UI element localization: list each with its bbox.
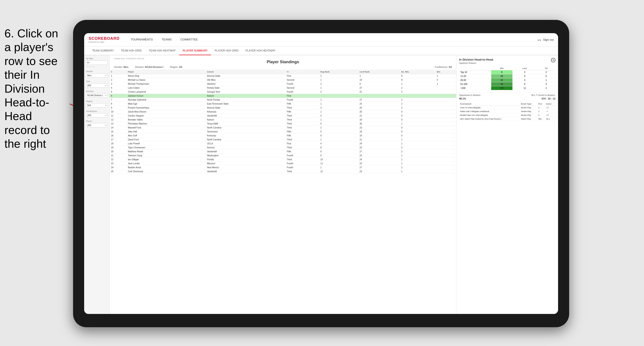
sign-out-button[interactable]: ◀ ▶ Sign out <box>537 38 554 41</box>
nav-teams[interactable]: TEAMS <box>157 33 176 46</box>
table-row[interactable]: 10 Jacob Moe-Diesen Arkansas Fifth 1 25 … <box>110 110 456 114</box>
gender-filter: Gender: Men <box>114 66 128 68</box>
tournament-type: Stroke Play <box>520 113 538 117</box>
h2h-win: 20 <box>491 74 512 78</box>
cell-rds: 8 <box>400 78 436 82</box>
table-row[interactable]: 13 Phichaksn Maichon Texas A&M Third 6 3… <box>110 122 456 126</box>
top-nav: SCOREBOARD Powered by clippi TOURNAMENTS… <box>84 33 558 46</box>
table-row[interactable]: 17 David Ford North Carolina Third 1 21 … <box>110 138 456 142</box>
cell-conf: 24 <box>358 142 400 146</box>
cell-player: Michael Thorbjornsen <box>126 82 206 86</box>
cell-conf: 30 <box>358 122 400 126</box>
cell-win <box>436 170 456 173</box>
cell-player: Jake Hall <box>126 130 206 134</box>
tournament-score: -17 <box>545 106 556 110</box>
cell-win <box>436 114 456 118</box>
tab-team-h2h-grid[interactable]: TEAM H2H GRID <box>117 46 145 55</box>
cell-reg: 6 <box>319 154 358 158</box>
gender-value[interactable]: Men <box>86 73 108 78</box>
cell-player: Michael La Sasso <box>126 78 206 82</box>
cell-win: 1 <box>436 74 456 78</box>
nav-tournaments[interactable]: TOURNAMENTS <box>126 33 157 46</box>
tournament-score: -17 <box>545 113 556 117</box>
table-row[interactable]: 5 Christo Lamprecht Georgia Tech Fourth … <box>110 90 456 94</box>
cell-rds: 0 <box>400 118 436 122</box>
table-row[interactable]: 7 Nicholas Gabrelcik North Florida Fourt… <box>110 98 456 102</box>
tab-player-h2h-grid[interactable]: PLAYER H2H GRID <box>211 46 242 55</box>
table-row[interactable]: 8 Mats Ege East Tennessee State Fifth 1 … <box>110 102 456 106</box>
cell-conf: 27 <box>358 98 400 102</box>
cell-yr: Third <box>286 170 319 173</box>
table-row[interactable]: 2 Michael La Sasso Ole Miss Second 1 10 … <box>110 78 456 82</box>
tab-team-summary[interactable]: TEAM SUMMARY <box>88 46 117 55</box>
player-value[interactable]: (All) <box>86 123 108 127</box>
conference-value[interactable]: (All) <box>86 113 108 117</box>
cell-win <box>436 94 456 98</box>
h2h-player-name: Jackson Koivun <box>459 62 493 64</box>
no-rds-value[interactable]: 6 <box>86 61 108 65</box>
region-value[interactable]: N/A <box>86 103 108 107</box>
table-row[interactable]: 15 Jake Hall Tennessee Fifth 5 18 0 <box>110 130 456 134</box>
table-row[interactable]: 1 Wenyi Ding Arizona State First 1 1 8 1 <box>110 74 456 78</box>
table-row[interactable]: 24 Bastien Amat New Mexico Fourth 1 27 2 <box>110 166 456 170</box>
table-row[interactable]: 23 Jack Lundin Missouri Fourth 11 24 1 <box>110 162 456 166</box>
cell-yr: Fifth <box>286 110 319 114</box>
cell-player: Jackson Koivun <box>126 94 206 98</box>
cell-yr: Third <box>286 122 319 126</box>
cell-rds: 2 <box>400 98 436 102</box>
table-row[interactable]: 21 Taehoon Song Washington Fourth 6 23 1 <box>110 154 456 158</box>
cell-num: 17 <box>110 138 126 142</box>
table-row[interactable]: 9 Preston Summerhays Arizona State Third… <box>110 106 456 110</box>
cell-conf: 21 <box>358 90 400 94</box>
cell-num: 14 <box>110 126 126 130</box>
table-row[interactable]: 25 Cole Sherwood Vanderbilt Third 12 23 … <box>110 170 456 173</box>
division-value[interactable]: NCAA Division I <box>86 93 108 98</box>
table-row[interactable]: 16 Alex Goff Kentucky Fifth 8 19 0 <box>110 134 456 138</box>
cell-conf: 21 <box>358 114 400 118</box>
table-row[interactable]: 12 Brendan Valles Auburn Third 1 18 0 <box>110 118 456 122</box>
cell-school: Texas A&M <box>206 122 286 126</box>
table-row[interactable]: 6 Jackson Koivun Auburn First <box>110 94 456 98</box>
cell-yr: Fourth <box>286 82 319 86</box>
cell-yr: Third <box>286 106 319 110</box>
cell-rds: 2 <box>400 86 436 90</box>
h2h-row: >100 578 11 1 <box>459 86 556 90</box>
tab-player-summary[interactable]: PLAYER SUMMARY <box>179 46 211 55</box>
h2h-win: 578 <box>491 86 512 90</box>
col-num: # <box>110 70 126 74</box>
cell-yr: Third <box>286 114 319 118</box>
cell-reg: 4 <box>319 142 358 146</box>
wlt-label: W-L-T record in-division: <box>531 94 556 96</box>
table-row[interactable]: 14 Maxwell Ford North Carolina Third 2 2… <box>110 126 456 130</box>
h2h-close-button[interactable]: ✕ <box>551 58 556 62</box>
cell-player: Jack Lundin <box>126 162 206 166</box>
cell-conf: 27 <box>358 166 400 170</box>
cell-yr: Fifth <box>286 102 319 106</box>
cell-conf: 23 <box>358 126 400 130</box>
table-row[interactable]: 3 Michael Thorbjornsen Stanford Fourth 2… <box>110 82 456 86</box>
cell-rds: 2 <box>400 146 436 150</box>
h2h-loss: 6 <box>512 82 537 86</box>
tab-team-h2h-heatmap[interactable]: TEAM H2H HEATMAP <box>145 46 179 55</box>
table-row[interactable]: 19 Tiger Christensen Arizona Third 8 23 … <box>110 146 456 150</box>
table-row[interactable]: 22 Ian Gilligan Florida Third 10 24 1 <box>110 158 456 162</box>
cell-reg: 5 <box>319 130 358 134</box>
nav-committee[interactable]: COMMITTEE <box>176 33 202 46</box>
table-row[interactable]: 18 Luke Powell UCLA First 4 24 1 <box>110 142 456 146</box>
cell-rds <box>400 94 436 98</box>
cell-reg: 6 <box>319 122 358 126</box>
tab-player-h2h-heatmap[interactable]: PLAYER H2H HEATMAP <box>242 46 279 55</box>
year-value[interactable]: (All) <box>86 83 108 88</box>
tournament-row: Amer Ari Intercollegiate Stroke Play 4 -… <box>459 106 556 110</box>
instruction-text: 6. Click on a player's row to see their … <box>0 26 71 151</box>
cell-school: Washington <box>206 154 286 158</box>
cell-school: Georgia Tech <box>206 90 286 94</box>
h2h-win: 46 <box>491 82 512 86</box>
table-row[interactable]: 20 Matthew Riedel Vanderbilt Fifth 6 27 … <box>110 150 456 154</box>
cell-player: Wenyi Ding <box>126 74 206 78</box>
table-row[interactable]: 4 Luke Claton Florida State Second 1 27 … <box>110 86 456 90</box>
h2h-tie: 2 <box>537 70 556 74</box>
table-row[interactable]: 11 Gordon Sargent Vanderbilt Third 4 21 … <box>110 114 456 118</box>
tournaments-table: Tournament Event Type Pos Score Amer Ari… <box>459 102 556 121</box>
col-school: School <box>206 70 286 74</box>
